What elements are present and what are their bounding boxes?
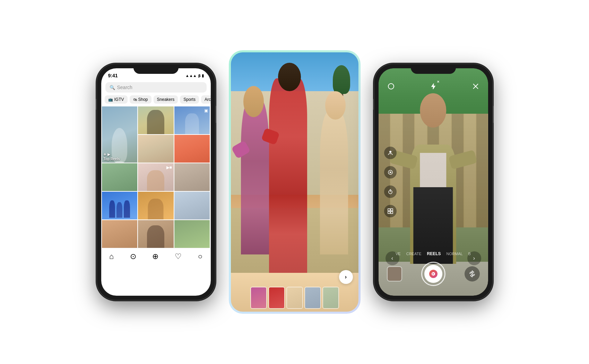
wifi-icon: 𝛃 — [198, 73, 200, 78]
camera-controls — [379, 259, 488, 296]
cat-tab-sports[interactable]: Sports — [180, 95, 199, 104]
next-button[interactable]: › — [339, 270, 353, 284]
camera-side-tools — [384, 147, 397, 217]
thumb-2[interactable] — [268, 287, 285, 309]
mode-ve[interactable]: VE — [396, 252, 401, 256]
grid-cell-14[interactable] — [174, 220, 210, 248]
phone-camera: ✕ — [374, 64, 492, 300]
video-icon: ▶■ — [166, 165, 172, 170]
gallery-thumbnail[interactable] — [387, 266, 402, 281]
timer-tool[interactable] — [384, 185, 397, 198]
cat-tab-igtv[interactable]: 📺 IGTV — [105, 95, 128, 104]
status-time: 9:41 — [108, 73, 118, 78]
svg-rect-13 — [391, 211, 393, 214]
battery-icon: ▮ — [202, 73, 204, 78]
flip-camera-button[interactable] — [465, 266, 480, 281]
phone2-inner: › — [231, 52, 358, 312]
cat-label-igtv: IGTV — [114, 97, 124, 102]
cat-label-sports: Sports — [183, 97, 196, 102]
top-reels-label: + ▶ Top Reels — [104, 151, 120, 161]
flash-icon[interactable]: ✕ — [428, 81, 439, 92]
thumb-4[interactable] — [304, 287, 321, 309]
profile-nav-icon[interactable]: ○ — [198, 252, 202, 261]
search-placeholder: Search — [117, 85, 132, 90]
grid-cell-8[interactable] — [174, 163, 210, 191]
search-nav-icon[interactable]: ⊙ — [130, 252, 136, 261]
cat-label-architect: Architect — [205, 97, 211, 102]
search-icon: 🔍 — [110, 85, 115, 90]
mode-bar: VE CREATE REELS NORMAL B — [379, 249, 488, 259]
thumb-5[interactable] — [322, 287, 339, 309]
cat-tab-architect[interactable]: Architect — [201, 95, 211, 104]
grid-cell-4[interactable] — [138, 135, 174, 163]
mode-reels[interactable]: REELS — [427, 251, 441, 256]
phone1-screen: 9:41 ▲▲▲ 𝛃 ▮ 🔍 Search 📺 IGTV 🛍 Shop Sne — [101, 68, 211, 296]
mode-b[interactable]: B — [468, 252, 471, 256]
heart-nav-icon[interactable]: ♡ — [175, 252, 182, 261]
camera-top-bar: ✕ — [379, 81, 488, 92]
cat-label-shop: Shop — [138, 97, 148, 102]
cat-tab-shop[interactable]: 🛍 Shop — [130, 95, 151, 104]
camera-circle-icon[interactable] — [386, 81, 397, 92]
grid-cell-11[interactable] — [174, 192, 210, 219]
record-button[interactable] — [421, 262, 445, 286]
svg-point-4 — [389, 151, 391, 153]
video-background: › — [231, 52, 358, 312]
grid-cell-7[interactable]: ▶■ — [138, 163, 174, 191]
grid-tool[interactable] — [384, 205, 397, 217]
shop-icon: 🛍 — [133, 97, 137, 102]
grid-cell-10[interactable] — [138, 192, 174, 219]
grid-cell-2[interactable] — [138, 106, 174, 134]
video-thumbnails-area — [231, 52, 358, 312]
grid-cell-9[interactable] — [102, 192, 138, 219]
phone3-notch — [411, 64, 456, 74]
cat-tab-sneakers[interactable]: Sneakers — [154, 95, 178, 104]
thumb-1[interactable] — [250, 287, 267, 309]
signal-icon: ▲▲▲ — [185, 73, 197, 78]
grid-cell-5[interactable] — [174, 135, 210, 163]
record-icon — [429, 270, 438, 278]
grid-cell-13[interactable] — [138, 220, 174, 248]
svg-rect-12 — [388, 211, 390, 214]
category-tabs: 📺 IGTV 🛍 Shop Sneakers Sports Architect — [101, 95, 211, 106]
phone-explore: 9:41 ▲▲▲ 𝛃 ▮ 🔍 Search 📺 IGTV 🛍 Shop Sne — [97, 64, 215, 300]
playback-tool[interactable] — [384, 166, 397, 179]
svg-marker-1 — [432, 84, 435, 89]
svg-marker-6 — [390, 171, 392, 173]
mode-normal[interactable]: NORMAL — [447, 252, 463, 256]
grid-cell-12[interactable] — [102, 220, 138, 248]
add-nav-icon[interactable]: ⊕ — [152, 252, 158, 261]
phone-reels: › — [229, 50, 361, 314]
cat-label-sneakers: Sneakers — [157, 97, 175, 102]
search-bar[interactable]: 🔍 Search — [105, 82, 207, 93]
flash-x: ✕ — [437, 80, 440, 84]
status-icons: ▲▲▲ 𝛃 ▮ — [185, 73, 204, 78]
igtv-icon: 📺 — [108, 97, 113, 102]
mode-create[interactable]: CREATE — [406, 252, 422, 256]
thumb-3[interactable] — [286, 287, 303, 309]
camera-bottom: VE CREATE REELS NORMAL B — [379, 249, 488, 296]
grid-cell-6[interactable] — [102, 163, 138, 191]
svg-point-0 — [388, 84, 394, 89]
bottom-nav: ⌂ ⊙ ⊕ ♡ ○ — [101, 248, 211, 266]
phone2-gradient-border: › — [229, 50, 361, 314]
camera-background: ✕ — [379, 68, 488, 296]
svg-rect-10 — [388, 209, 390, 211]
home-nav-icon[interactable]: ⌂ — [109, 252, 114, 261]
svg-rect-11 — [391, 209, 393, 211]
next-arrow-icon: › — [345, 274, 347, 280]
video-thumbnails — [231, 284, 358, 312]
grid-cell-1[interactable]: + ▶ Top Reels — [102, 106, 138, 163]
phone-notch — [133, 64, 179, 74]
grid-cell-3[interactable]: ▣ — [174, 106, 210, 134]
close-icon[interactable] — [470, 81, 481, 92]
person-tool[interactable] — [384, 147, 397, 159]
phone3-screen: ✕ — [379, 68, 488, 296]
